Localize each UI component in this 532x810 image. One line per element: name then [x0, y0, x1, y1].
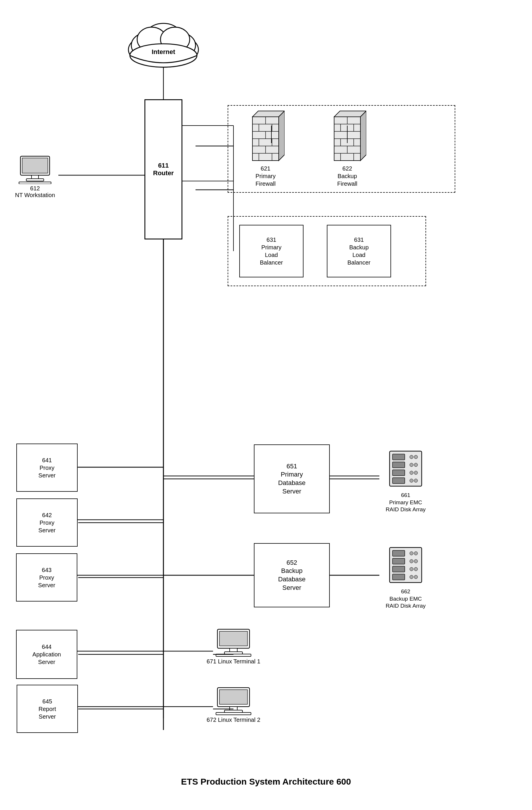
svg-rect-79	[393, 550, 405, 556]
svg-rect-94	[225, 652, 243, 654]
svg-point-84	[414, 552, 418, 555]
svg-rect-100	[216, 712, 251, 715]
svg-rect-69	[393, 478, 405, 484]
svg-point-85	[410, 560, 413, 563]
primary-firewall-label: 621 Primary Firewall	[239, 165, 292, 188]
svg-marker-32	[279, 111, 284, 161]
emc-661-icon: 661 Primary EMC RAID Disk Array	[373, 450, 438, 513]
svg-point-73	[414, 463, 418, 467]
svg-rect-67	[393, 462, 405, 468]
svg-point-83	[410, 552, 413, 555]
svg-rect-95	[216, 654, 251, 657]
svg-rect-27	[22, 158, 48, 173]
svg-rect-99	[225, 710, 243, 712]
primary-firewall-icon: 621 Primary Firewall	[239, 108, 292, 188]
svg-text:Internet: Internet	[152, 48, 176, 55]
svg-rect-93	[230, 648, 237, 652]
svg-rect-92	[219, 631, 248, 646]
emc-662-label: 662 Backup EMC RAID Disk Array	[373, 588, 438, 610]
svg-rect-29	[26, 179, 44, 181]
svg-point-71	[414, 455, 418, 459]
terminal-672-icon: 672 Linux Terminal 2	[204, 686, 263, 723]
svg-rect-28	[32, 175, 38, 179]
svg-rect-80	[393, 558, 405, 564]
svg-point-88	[414, 567, 418, 571]
terminal-671-label: 671 Linux Terminal 1	[204, 658, 263, 665]
proxy-643-box: 643 Proxy Server	[16, 553, 77, 601]
diagram-container: Internet 611 Router 612 NT Workstation	[0, 0, 532, 810]
backup-lb-box: 631 Backup Load Balancer	[327, 225, 391, 277]
svg-point-90	[414, 575, 418, 579]
backup-firewall-label: 622 Backup Firewall	[321, 165, 373, 188]
emc-662-icon: 662 Backup EMC RAID Disk Array	[373, 546, 438, 610]
report-645-box: 645 Report Server	[17, 685, 78, 733]
db-651-box: 651 Primary Database Server	[254, 444, 330, 513]
svg-point-86	[414, 560, 418, 563]
emc-661-label: 661 Primary EMC RAID Disk Array	[373, 492, 438, 513]
internet-cloud: Internet	[122, 9, 204, 70]
terminal-671-icon: 671 Linux Terminal 1	[204, 628, 263, 665]
backup-firewall-icon: 622 Backup Firewall	[321, 108, 373, 188]
svg-point-74	[410, 471, 413, 474]
svg-point-75	[414, 471, 418, 474]
proxy-641-box: 641 Proxy Server	[16, 443, 78, 492]
primary-lb-box: 631 Primary Load Balancer	[239, 225, 303, 277]
terminal-672-label: 672 Linux Terminal 2	[204, 716, 263, 723]
svg-point-76	[410, 479, 413, 482]
svg-rect-81	[393, 566, 405, 572]
router-label: 611 Router	[153, 162, 174, 177]
router-box: 611 Router	[145, 99, 182, 240]
svg-point-89	[410, 575, 413, 579]
svg-rect-98	[230, 707, 237, 710]
svg-point-77	[414, 479, 418, 482]
app-644-box: 644 Application Server	[16, 630, 77, 679]
proxy-642-box: 642 Proxy Server	[16, 499, 78, 547]
nt-workstation-label: 612 NT Workstation	[12, 185, 59, 198]
db-652-box: 652 Backup Database Server	[254, 543, 330, 608]
svg-point-72	[410, 463, 413, 467]
svg-rect-68	[393, 470, 405, 476]
svg-rect-82	[393, 574, 405, 580]
svg-rect-30	[19, 182, 51, 184]
svg-rect-97	[219, 690, 248, 704]
svg-point-70	[410, 455, 413, 459]
svg-marker-49	[361, 111, 366, 161]
nt-workstation-icon: 612 NT Workstation	[12, 155, 59, 198]
diagram-caption: ETS Production System Architecture 600	[0, 777, 532, 787]
svg-rect-66	[393, 454, 405, 460]
svg-point-87	[410, 567, 413, 571]
